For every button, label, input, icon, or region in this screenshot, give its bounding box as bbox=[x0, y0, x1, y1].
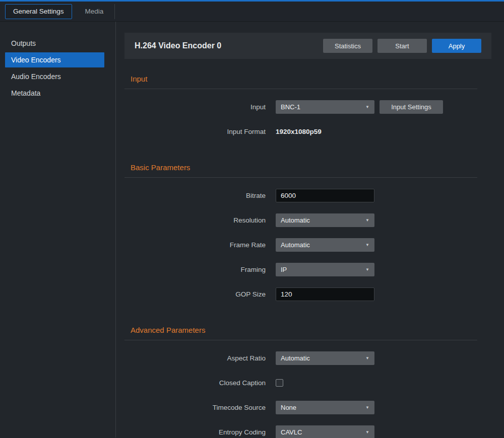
framing-select[interactable]: IP ▼ bbox=[276, 263, 374, 276]
timecode-source-select[interactable]: None ▼ bbox=[276, 401, 374, 414]
input-settings-button[interactable]: Input Settings bbox=[380, 100, 443, 114]
input-section: Input Input BNC-1 ▼ Input Settings Input… bbox=[124, 74, 491, 138]
chevron-down-icon: ▼ bbox=[365, 243, 369, 247]
aspect-ratio-row: Aspect Ratio Automatic ▼ bbox=[124, 351, 491, 365]
input-format-label: Input Format bbox=[124, 128, 276, 135]
sidebar-item-outputs[interactable]: Outputs bbox=[5, 36, 104, 51]
advanced-parameters-title: Advanced Parameters bbox=[124, 325, 491, 335]
aspect-ratio-label: Aspect Ratio bbox=[124, 354, 276, 362]
aspect-ratio-select[interactable]: Automatic ▼ bbox=[276, 351, 374, 365]
chevron-down-icon: ▼ bbox=[365, 105, 369, 109]
advanced-parameters-section: Advanced Parameters Aspect Ratio Automat… bbox=[124, 325, 491, 438]
section-divider bbox=[124, 89, 477, 89]
frame-rate-row: Frame Rate Automatic ▼ bbox=[124, 238, 491, 252]
section-divider bbox=[124, 177, 477, 178]
input-row: Input BNC-1 ▼ Input Settings bbox=[124, 100, 491, 114]
gop-size-label: GOP Size bbox=[124, 290, 276, 298]
top-tab-bar: General Settings Media bbox=[0, 2, 504, 22]
start-button[interactable]: Start bbox=[377, 39, 427, 53]
timecode-source-row: Timecode Source None ▼ bbox=[124, 401, 491, 414]
entropy-coding-label: Entropy Coding bbox=[124, 428, 276, 436]
bitrate-label: Bitrate bbox=[124, 192, 276, 199]
chevron-down-icon: ▼ bbox=[365, 405, 369, 410]
resolution-select-value: Automatic bbox=[281, 216, 310, 224]
chevron-down-icon: ▼ bbox=[365, 430, 369, 434]
framing-label: Framing bbox=[124, 266, 276, 273]
page-title: H.264 Video Encoder 0 bbox=[135, 41, 318, 50]
sidebar-item-audio-encoders[interactable]: Audio Encoders bbox=[5, 69, 104, 84]
bitrate-row: Bitrate bbox=[124, 189, 491, 202]
chevron-down-icon: ▼ bbox=[365, 356, 369, 360]
sidebar-item-video-encoders[interactable]: Video Encoders bbox=[5, 52, 104, 67]
chevron-down-icon: ▼ bbox=[365, 218, 369, 223]
input-format-row: Input Format 1920x1080p59 bbox=[124, 125, 491, 138]
framing-row: Framing IP ▼ bbox=[124, 263, 491, 276]
frame-rate-label: Frame Rate bbox=[124, 241, 276, 249]
chevron-down-icon: ▼ bbox=[365, 267, 369, 272]
apply-button[interactable]: Apply bbox=[432, 39, 481, 53]
main-content: H.264 Video Encoder 0 Statistics Start A… bbox=[116, 22, 504, 437]
gop-size-row: GOP Size bbox=[124, 287, 491, 301]
tab-media[interactable]: Media bbox=[77, 4, 112, 19]
frame-rate-select[interactable]: Automatic ▼ bbox=[276, 238, 374, 252]
frame-rate-select-value: Automatic bbox=[281, 241, 310, 249]
section-divider bbox=[124, 340, 477, 340]
timecode-source-select-value: None bbox=[281, 404, 296, 411]
sidebar: Outputs Video Encoders Audio Encoders Me… bbox=[0, 22, 116, 437]
tab-divider bbox=[114, 4, 115, 19]
closed-caption-label: Closed Caption bbox=[124, 379, 276, 387]
gop-size-input[interactable] bbox=[276, 287, 374, 301]
input-select-value: BNC-1 bbox=[281, 103, 300, 111]
input-section-title: Input bbox=[124, 74, 491, 84]
entropy-coding-select[interactable]: CAVLC ▼ bbox=[276, 425, 374, 438]
resolution-label: Resolution bbox=[124, 216, 276, 224]
input-select[interactable]: BNC-1 ▼ bbox=[276, 100, 374, 114]
basic-parameters-title: Basic Parameters bbox=[124, 163, 491, 173]
closed-caption-row: Closed Caption bbox=[124, 376, 491, 390]
timecode-source-label: Timecode Source bbox=[124, 404, 276, 411]
entropy-coding-select-value: CAVLC bbox=[281, 428, 302, 436]
framing-select-value: IP bbox=[281, 266, 287, 273]
bitrate-input[interactable] bbox=[276, 189, 374, 202]
basic-parameters-section: Basic Parameters Bitrate Resolution Auto… bbox=[124, 163, 491, 301]
sidebar-item-metadata[interactable]: Metadata bbox=[5, 86, 104, 101]
entropy-coding-row: Entropy Coding CAVLC ▼ bbox=[124, 425, 491, 438]
resolution-row: Resolution Automatic ▼ bbox=[124, 213, 491, 227]
tab-general-settings[interactable]: General Settings bbox=[5, 4, 72, 19]
closed-caption-checkbox[interactable] bbox=[276, 379, 283, 387]
statistics-button[interactable]: Statistics bbox=[323, 39, 372, 53]
input-label: Input bbox=[124, 103, 276, 111]
aspect-ratio-select-value: Automatic bbox=[281, 354, 310, 362]
input-format-value: 1920x1080p59 bbox=[276, 128, 322, 135]
encoder-panel-header: H.264 Video Encoder 0 Statistics Start A… bbox=[124, 33, 491, 59]
resolution-select[interactable]: Automatic ▼ bbox=[276, 213, 374, 227]
